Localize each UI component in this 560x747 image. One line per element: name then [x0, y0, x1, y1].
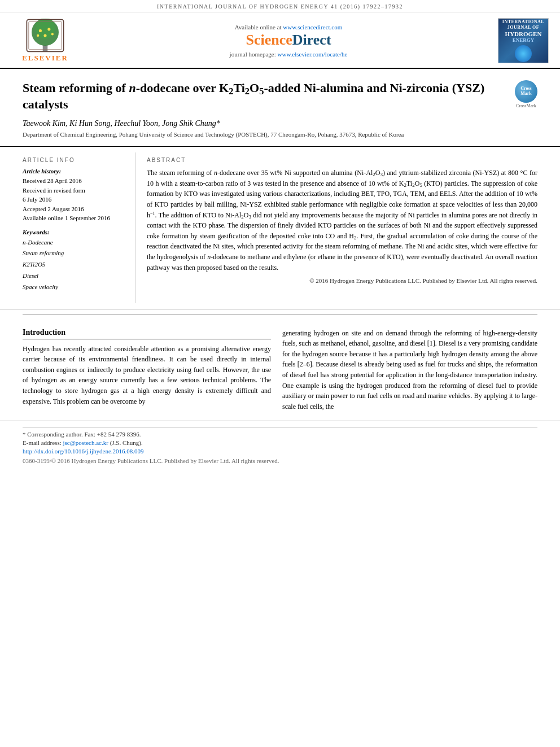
introduction-title: Introduction [23, 328, 271, 339]
author-email-link[interactable]: jsc@postech.ac.kr [63, 439, 108, 446]
received-revised-label: Received in revised form [23, 186, 124, 195]
cover-journal-name: International Journal of [498, 19, 548, 31]
available-online-date: Available online 1 September 2016 [23, 213, 124, 223]
elsevier-wordmark: ELSEVIER [22, 54, 68, 63]
crossmark-badge: CrossMark CrossMark [515, 80, 537, 108]
footnote-section: * Corresponding author. Fax: +82 54 279 … [0, 421, 560, 471]
keyword-space-velocity: Space velocity [23, 282, 124, 293]
abstract-text: The steam reforming of n-dodecane over 3… [147, 168, 537, 273]
cover-hydrogen-text: HYDROGEN [505, 30, 542, 37]
cover-energy-text: ENERGY [513, 37, 535, 43]
article-history: Article history: Received 28 April 2016 … [23, 168, 124, 223]
article-info-column: Article Info Article history: Received 2… [0, 152, 135, 303]
keyword-diesel: Diesel [23, 270, 124, 282]
received-date: Received 28 April 2016 [23, 176, 124, 186]
sciencedirect-url[interactable]: www.sciencedirect.com [283, 24, 342, 30]
svg-point-4 [47, 28, 50, 30]
crossmark-label: CrossMark [515, 103, 537, 108]
abstract-label: Abstract [147, 157, 537, 163]
article-title: Steam reforming of n-dodecane over K2Ti2… [23, 80, 506, 112]
svg-point-3 [39, 29, 42, 32]
crossmark-icon: CrossMark [515, 80, 537, 103]
sciencedirect-logo: ScienceDirect [79, 32, 498, 49]
introduction-left-text: Hydrogen has recently attracted consider… [23, 344, 271, 407]
article-info-abstract-section: Article Info Article history: Received 2… [0, 147, 560, 309]
available-online-text: Available online at www.sciencedirect.co… [79, 24, 498, 30]
copyright-notice: © 2016 Hydrogen Energy Publications LLC.… [147, 277, 537, 284]
author-list: Taewook Kim, Ki Hun Song, Heechul Yoon, … [23, 119, 506, 128]
revised-date: 6 July 2016 [23, 195, 124, 204]
sciencedirect-header: Available online at www.sciencedirect.co… [79, 24, 498, 58]
article-title-section: Steam reforming of n-dodecane over K2Ti2… [0, 69, 560, 147]
svg-point-7 [51, 33, 54, 35]
svg-point-6 [37, 34, 39, 37]
journal-cover-image: International Journal of HYDROGEN ENERGY [498, 18, 549, 63]
keywords-list: n-Dodecane Steam reforming K2Ti2O5 Diese… [23, 237, 124, 293]
doi-link[interactable]: http://dx.doi.org/10.1016/j.ijhydene.201… [23, 448, 144, 455]
author-affiliation: Department of Chemical Engineering, Poha… [23, 131, 506, 138]
abstract-column: Abstract The steam reforming of n-dodeca… [135, 152, 560, 303]
journal-homepage-text: journal homepage: www.elsevier.com/locat… [79, 51, 498, 58]
history-title: Article history: [23, 168, 124, 174]
email-note: E-mail address: jsc@postech.ac.kr (J.S. … [23, 439, 537, 446]
elsevier-logo: ELSEVIER [11, 19, 79, 63]
keyword-k2ti2o5: K2Ti2O5 [23, 259, 124, 270]
introduction-right-text: generating hydrogen on site and on deman… [282, 328, 537, 412]
cover-decorative-circle [515, 45, 532, 62]
body-section: Introduction Hydrogen has recently attra… [0, 319, 560, 421]
svg-point-5 [43, 34, 46, 37]
svg-rect-0 [43, 45, 48, 51]
journal-title-volume: International Journal of Hydrogen Energy… [157, 3, 403, 10]
keyword-ndodecane: n-Dodecane [23, 237, 124, 248]
issn-copyright: 0360-3199/© 2016 Hydrogen Energy Publica… [23, 457, 537, 464]
journal-homepage-url[interactable]: www.elsevier.com/locate/he [278, 51, 348, 58]
elsevier-tree-icon [23, 19, 68, 53]
keywords-section: Keywords: n-Dodecane Steam reforming K2T… [23, 229, 124, 293]
article-info-label: Article Info [23, 157, 124, 163]
accepted-date: Accepted 2 August 2016 [23, 204, 124, 214]
keywords-title: Keywords: [23, 229, 124, 235]
body-left-column: Introduction Hydrogen has recently attra… [23, 328, 271, 412]
header-section: ELSEVIER Available online at www.science… [0, 12, 560, 69]
section-divider [23, 314, 537, 314]
keyword-steam-reforming: Steam reforming [23, 248, 124, 259]
journal-header-bar: International Journal of Hydrogen Energy… [0, 0, 560, 12]
footnote-divider [23, 427, 537, 427]
corresponding-author-note: * Corresponding author. Fax: +82 54 279 … [23, 431, 537, 438]
doi-link-line: http://dx.doi.org/10.1016/j.ijhydene.201… [23, 448, 537, 455]
body-right-column: generating hydrogen on site and on deman… [282, 328, 537, 412]
